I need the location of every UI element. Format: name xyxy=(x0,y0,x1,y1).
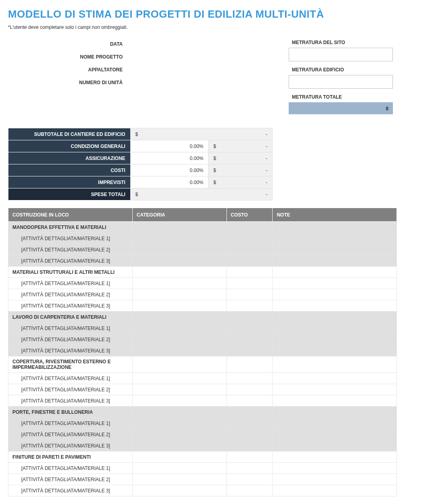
sum-pct-costi[interactable]: 0.00% xyxy=(130,164,208,176)
item-categoria[interactable] xyxy=(132,334,227,345)
item-note[interactable] xyxy=(273,440,397,451)
item-note[interactable] xyxy=(273,485,397,496)
item-name[interactable]: [ATTIVITÀ DETTAGLIATA/MATERIALE 2] xyxy=(8,384,133,395)
item-row: [ATTIVITÀ DETTAGLIATA/MATERIALE 1] xyxy=(8,373,397,384)
item-costo[interactable] xyxy=(227,244,273,255)
item-name[interactable]: [ATTIVITÀ DETTAGLIATA/MATERIALE 1] xyxy=(8,373,133,384)
item-costo[interactable] xyxy=(227,429,273,440)
item-categoria[interactable] xyxy=(132,345,227,356)
item-name[interactable]: [ATTIVITÀ DETTAGLIATA/MATERIALE 2] xyxy=(8,244,133,255)
item-name[interactable]: [ATTIVITÀ DETTAGLIATA/MATERIALE 3] xyxy=(8,300,133,312)
sum-label-imprevisti: IMPREVISTI xyxy=(8,176,131,188)
th-costruzione: COSTRUZIONE IN LOCO xyxy=(8,208,133,222)
input-nome-progetto[interactable] xyxy=(128,52,273,62)
item-row: [ATTIVITÀ DETTAGLIATA/MATERIALE 2] xyxy=(8,474,397,485)
item-costo[interactable] xyxy=(227,300,273,312)
item-name[interactable]: [ATTIVITÀ DETTAGLIATA/MATERIALE 2] xyxy=(8,474,133,485)
item-row: [ATTIVITÀ DETTAGLIATA/MATERIALE 2] xyxy=(8,289,397,300)
input-data[interactable] xyxy=(128,39,273,49)
item-costo[interactable] xyxy=(227,395,273,407)
item-categoria[interactable] xyxy=(132,300,227,312)
input-numero-unita[interactable] xyxy=(128,77,273,88)
group-cell xyxy=(273,312,397,323)
item-name[interactable]: [ATTIVITÀ DETTAGLIATA/MATERIALE 3] xyxy=(8,255,133,267)
item-row: [ATTIVITÀ DETTAGLIATA/MATERIALE 3] xyxy=(8,300,397,312)
metrics-panel: METRATURA DEL SITO METRATURA EDIFICIO ME… xyxy=(289,38,393,120)
item-name[interactable]: [ATTIVITÀ DETTAGLIATA/MATERIALE 1] xyxy=(8,463,133,474)
input-metratura-edificio[interactable] xyxy=(289,75,393,89)
item-row: [ATTIVITÀ DETTAGLIATA/MATERIALE 1] xyxy=(8,278,397,289)
item-note[interactable] xyxy=(273,233,397,244)
item-name[interactable]: [ATTIVITÀ DETTAGLIATA/MATERIALE 1] xyxy=(8,278,133,289)
item-name[interactable]: [ATTIVITÀ DETTAGLIATA/MATERIALE 3] xyxy=(8,395,133,407)
input-appaltatore[interactable] xyxy=(128,65,273,75)
item-costo[interactable] xyxy=(227,323,273,334)
item-note[interactable] xyxy=(273,334,397,345)
item-categoria[interactable] xyxy=(132,384,227,395)
sum-amt-condizioni: $- xyxy=(208,140,273,152)
item-costo[interactable] xyxy=(227,373,273,384)
group-cell xyxy=(227,451,273,463)
item-costo[interactable] xyxy=(227,289,273,300)
item-note[interactable] xyxy=(273,463,397,474)
item-note[interactable] xyxy=(273,278,397,289)
item-categoria[interactable] xyxy=(132,440,227,451)
item-costo[interactable] xyxy=(227,418,273,429)
item-categoria[interactable] xyxy=(132,278,227,289)
item-note[interactable] xyxy=(273,429,397,440)
item-categoria[interactable] xyxy=(132,418,227,429)
item-note[interactable] xyxy=(273,289,397,300)
sum-pct-imprevisti[interactable]: 0.00% xyxy=(130,176,208,188)
page-title: MODELLO DI STIMA DEI PROGETTI DI EDILIZI… xyxy=(8,8,429,20)
item-note[interactable] xyxy=(273,474,397,485)
item-name[interactable]: [ATTIVITÀ DETTAGLIATA/MATERIALE 1] xyxy=(8,233,133,244)
item-costo[interactable] xyxy=(227,255,273,267)
item-note[interactable] xyxy=(273,244,397,255)
sum-pct-assicurazione[interactable]: 0.00% xyxy=(130,152,208,164)
input-metratura-sito[interactable] xyxy=(289,48,393,61)
top-section: DATA NOME PROGETTO APPALTATORE NUMERO DI… xyxy=(8,38,429,120)
item-costo[interactable] xyxy=(227,334,273,345)
item-costo[interactable] xyxy=(227,485,273,496)
item-name[interactable]: [ATTIVITÀ DETTAGLIATA/MATERIALE 3] xyxy=(8,345,133,356)
item-name[interactable]: [ATTIVITÀ DETTAGLIATA/MATERIALE 2] xyxy=(8,289,133,300)
group-cell xyxy=(227,222,273,233)
item-categoria[interactable] xyxy=(132,463,227,474)
item-note[interactable] xyxy=(273,395,397,407)
item-categoria[interactable] xyxy=(132,255,227,267)
item-costo[interactable] xyxy=(227,384,273,395)
item-categoria[interactable] xyxy=(132,244,227,255)
item-name[interactable]: [ATTIVITÀ DETTAGLIATA/MATERIALE 1] xyxy=(8,323,133,334)
item-categoria[interactable] xyxy=(132,323,227,334)
item-name[interactable]: [ATTIVITÀ DETTAGLIATA/MATERIALE 3] xyxy=(8,440,133,451)
item-categoria[interactable] xyxy=(132,474,227,485)
item-categoria[interactable] xyxy=(132,373,227,384)
item-note[interactable] xyxy=(273,384,397,395)
item-costo[interactable] xyxy=(227,474,273,485)
item-name[interactable]: [ATTIVITÀ DETTAGLIATA/MATERIALE 3] xyxy=(8,485,133,496)
item-note[interactable] xyxy=(273,255,397,267)
group-cell xyxy=(273,356,397,373)
item-costo[interactable] xyxy=(227,463,273,474)
item-name[interactable]: [ATTIVITÀ DETTAGLIATA/MATERIALE 2] xyxy=(8,429,133,440)
item-note[interactable] xyxy=(273,418,397,429)
item-note[interactable] xyxy=(273,300,397,312)
item-name[interactable]: [ATTIVITÀ DETTAGLIATA/MATERIALE 1] xyxy=(8,418,133,429)
item-costo[interactable] xyxy=(227,440,273,451)
item-note[interactable] xyxy=(273,345,397,356)
item-categoria[interactable] xyxy=(132,289,227,300)
sum-pct-condizioni[interactable]: 0.00% xyxy=(130,140,208,152)
item-costo[interactable] xyxy=(227,233,273,244)
item-row: [ATTIVITÀ DETTAGLIATA/MATERIALE 2] xyxy=(8,384,397,395)
item-categoria[interactable] xyxy=(132,485,227,496)
item-categoria[interactable] xyxy=(132,429,227,440)
label-numero-unita: NUMERO DI UNITÀ xyxy=(8,80,128,85)
item-costo[interactable] xyxy=(227,278,273,289)
item-categoria[interactable] xyxy=(132,233,227,244)
group-row: COPERTURA, RIVESTIMENTO ESTERNO E IMPERM… xyxy=(8,356,397,373)
item-categoria[interactable] xyxy=(132,395,227,407)
item-costo[interactable] xyxy=(227,345,273,356)
item-note[interactable] xyxy=(273,373,397,384)
item-name[interactable]: [ATTIVITÀ DETTAGLIATA/MATERIALE 2] xyxy=(8,334,133,345)
item-note[interactable] xyxy=(273,323,397,334)
